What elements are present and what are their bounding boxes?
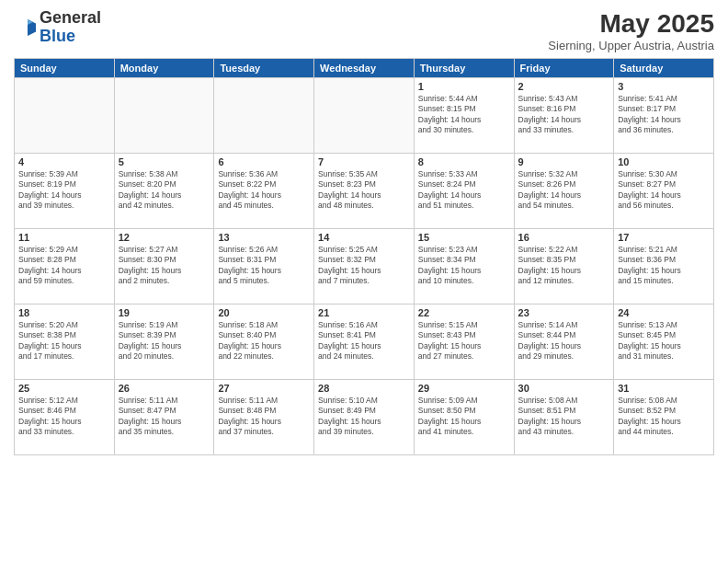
- day-info: Sunrise: 5:27 AM Sunset: 8:30 PM Dayligh…: [119, 245, 210, 287]
- calendar-cell: 18Sunrise: 5:20 AM Sunset: 8:38 PM Dayli…: [15, 304, 115, 380]
- day-number: 12: [119, 232, 210, 243]
- calendar-cell: 5Sunrise: 5:38 AM Sunset: 8:20 PM Daylig…: [114, 154, 214, 229]
- calendar-cell: 26Sunrise: 5:11 AM Sunset: 8:47 PM Dayli…: [114, 380, 214, 455]
- calendar-cell: 31Sunrise: 5:08 AM Sunset: 8:52 PM Dayli…: [614, 380, 714, 455]
- calendar-cell: 22Sunrise: 5:15 AM Sunset: 8:43 PM Dayli…: [414, 304, 514, 380]
- calendar-cell: 23Sunrise: 5:14 AM Sunset: 8:44 PM Dayli…: [514, 304, 614, 380]
- day-info: Sunrise: 5:41 AM Sunset: 8:17 PM Dayligh…: [618, 94, 710, 136]
- weekday-header: Monday: [114, 59, 214, 78]
- day-number: 9: [518, 156, 610, 167]
- calendar-week-row: 4Sunrise: 5:39 AM Sunset: 8:19 PM Daylig…: [15, 154, 714, 229]
- day-number: 14: [318, 232, 410, 243]
- day-info: Sunrise: 5:23 AM Sunset: 8:34 PM Dayligh…: [418, 245, 510, 287]
- day-info: Sunrise: 5:25 AM Sunset: 8:32 PM Dayligh…: [318, 245, 410, 287]
- calendar-cell: 28Sunrise: 5:10 AM Sunset: 8:49 PM Dayli…: [314, 380, 415, 455]
- calendar-cell: 20Sunrise: 5:18 AM Sunset: 8:40 PM Dayli…: [214, 304, 314, 380]
- page: General Blue May 2025 Sierning, Upper Au…: [0, 0, 728, 563]
- calendar-cell: 13Sunrise: 5:26 AM Sunset: 8:31 PM Dayli…: [214, 229, 314, 304]
- day-info: Sunrise: 5:13 AM Sunset: 8:45 PM Dayligh…: [618, 320, 710, 362]
- day-info: Sunrise: 5:44 AM Sunset: 8:15 PM Dayligh…: [418, 94, 510, 136]
- day-number: 29: [418, 383, 510, 394]
- day-info: Sunrise: 5:33 AM Sunset: 8:24 PM Dayligh…: [418, 169, 510, 212]
- day-number: 25: [18, 383, 110, 394]
- calendar-cell: 25Sunrise: 5:12 AM Sunset: 8:46 PM Dayli…: [15, 380, 115, 455]
- calendar-cell: 15Sunrise: 5:23 AM Sunset: 8:34 PM Dayli…: [414, 229, 514, 304]
- day-number: 18: [18, 307, 110, 318]
- day-info: Sunrise: 5:11 AM Sunset: 8:47 PM Dayligh…: [119, 396, 210, 438]
- day-info: Sunrise: 5:18 AM Sunset: 8:40 PM Dayligh…: [218, 320, 310, 362]
- weekday-header: Saturday: [614, 59, 714, 78]
- day-number: 19: [119, 307, 210, 318]
- header: General Blue May 2025 Sierning, Upper Au…: [14, 9, 714, 52]
- day-number: 8: [418, 156, 510, 167]
- calendar-cell: [114, 78, 214, 154]
- day-number: 31: [618, 383, 710, 394]
- logo-blue: Blue: [40, 27, 75, 45]
- calendar-cell: 17Sunrise: 5:21 AM Sunset: 8:36 PM Dayli…: [614, 229, 714, 304]
- weekday-header: Thursday: [414, 59, 514, 78]
- day-number: 28: [318, 383, 410, 394]
- day-number: 26: [119, 383, 210, 394]
- calendar-header: SundayMondayTuesdayWednesdayThursdayFrid…: [15, 59, 714, 78]
- calendar-cell: 21Sunrise: 5:16 AM Sunset: 8:41 PM Dayli…: [314, 304, 415, 380]
- calendar-title: May 2025: [548, 9, 714, 39]
- day-number: 27: [218, 383, 310, 394]
- day-info: Sunrise: 5:12 AM Sunset: 8:46 PM Dayligh…: [18, 396, 110, 438]
- day-number: 30: [518, 383, 610, 394]
- day-number: 1: [418, 81, 510, 92]
- day-info: Sunrise: 5:36 AM Sunset: 8:22 PM Dayligh…: [218, 169, 310, 212]
- day-number: 3: [618, 81, 710, 92]
- calendar-cell: [15, 78, 115, 154]
- day-info: Sunrise: 5:35 AM Sunset: 8:23 PM Dayligh…: [318, 169, 410, 212]
- weekday-header: Wednesday: [314, 59, 415, 78]
- weekday-header: Sunday: [15, 59, 115, 78]
- calendar-cell: 1Sunrise: 5:44 AM Sunset: 8:15 PM Daylig…: [414, 78, 514, 154]
- title-block: May 2025 Sierning, Upper Austria, Austri…: [548, 9, 714, 52]
- day-info: Sunrise: 5:29 AM Sunset: 8:28 PM Dayligh…: [18, 245, 110, 287]
- day-info: Sunrise: 5:26 AM Sunset: 8:31 PM Dayligh…: [218, 245, 310, 287]
- day-info: Sunrise: 5:09 AM Sunset: 8:50 PM Dayligh…: [418, 396, 510, 438]
- day-number: 4: [18, 156, 110, 167]
- day-info: Sunrise: 5:08 AM Sunset: 8:51 PM Dayligh…: [518, 396, 610, 438]
- calendar-cell: 19Sunrise: 5:19 AM Sunset: 8:39 PM Dayli…: [114, 304, 214, 380]
- day-number: 15: [418, 232, 510, 243]
- day-info: Sunrise: 5:16 AM Sunset: 8:41 PM Dayligh…: [318, 320, 410, 362]
- day-info: Sunrise: 5:22 AM Sunset: 8:35 PM Dayligh…: [518, 245, 610, 287]
- calendar-cell: [214, 78, 314, 154]
- calendar-cell: 10Sunrise: 5:30 AM Sunset: 8:27 PM Dayli…: [614, 154, 714, 229]
- day-info: Sunrise: 5:20 AM Sunset: 8:38 PM Dayligh…: [18, 320, 110, 362]
- calendar-cell: 27Sunrise: 5:11 AM Sunset: 8:48 PM Dayli…: [214, 380, 314, 455]
- day-info: Sunrise: 5:11 AM Sunset: 8:48 PM Dayligh…: [218, 396, 310, 438]
- calendar-cell: 30Sunrise: 5:08 AM Sunset: 8:51 PM Dayli…: [514, 380, 614, 455]
- calendar-cell: 11Sunrise: 5:29 AM Sunset: 8:28 PM Dayli…: [15, 229, 115, 304]
- day-info: Sunrise: 5:30 AM Sunset: 8:27 PM Dayligh…: [618, 169, 710, 212]
- day-number: 21: [318, 307, 410, 318]
- calendar-cell: 24Sunrise: 5:13 AM Sunset: 8:45 PM Dayli…: [614, 304, 714, 380]
- calendar-cell: 29Sunrise: 5:09 AM Sunset: 8:50 PM Dayli…: [414, 380, 514, 455]
- day-number: 6: [218, 156, 310, 167]
- day-info: Sunrise: 5:08 AM Sunset: 8:52 PM Dayligh…: [618, 396, 710, 438]
- calendar-week-row: 11Sunrise: 5:29 AM Sunset: 8:28 PM Dayli…: [15, 229, 714, 304]
- calendar-cell: 16Sunrise: 5:22 AM Sunset: 8:35 PM Dayli…: [514, 229, 614, 304]
- day-number: 22: [418, 307, 510, 318]
- logo-text: General Blue: [40, 9, 101, 46]
- calendar-subtitle: Sierning, Upper Austria, Austria: [548, 39, 714, 52]
- weekday-header: Tuesday: [214, 59, 314, 78]
- calendar-cell: 2Sunrise: 5:43 AM Sunset: 8:16 PM Daylig…: [514, 78, 614, 154]
- calendar-cell: 12Sunrise: 5:27 AM Sunset: 8:30 PM Dayli…: [114, 229, 214, 304]
- day-info: Sunrise: 5:10 AM Sunset: 8:49 PM Dayligh…: [318, 396, 410, 438]
- day-number: 2: [518, 81, 610, 92]
- day-info: Sunrise: 5:39 AM Sunset: 8:19 PM Dayligh…: [18, 169, 110, 212]
- day-number: 24: [618, 307, 710, 318]
- calendar-cell: [314, 78, 415, 154]
- logo-icon: [14, 17, 36, 39]
- calendar-cell: 3Sunrise: 5:41 AM Sunset: 8:17 PM Daylig…: [614, 78, 714, 154]
- day-number: 13: [218, 232, 310, 243]
- calendar-cell: 7Sunrise: 5:35 AM Sunset: 8:23 PM Daylig…: [314, 154, 415, 229]
- calendar-week-row: 18Sunrise: 5:20 AM Sunset: 8:38 PM Dayli…: [15, 304, 714, 380]
- calendar-week-row: 1Sunrise: 5:44 AM Sunset: 8:15 PM Daylig…: [15, 78, 714, 154]
- day-number: 10: [618, 156, 710, 167]
- calendar-cell: 14Sunrise: 5:25 AM Sunset: 8:32 PM Dayli…: [314, 229, 415, 304]
- calendar-week-row: 25Sunrise: 5:12 AM Sunset: 8:46 PM Dayli…: [15, 380, 714, 455]
- weekday-header: Friday: [514, 59, 614, 78]
